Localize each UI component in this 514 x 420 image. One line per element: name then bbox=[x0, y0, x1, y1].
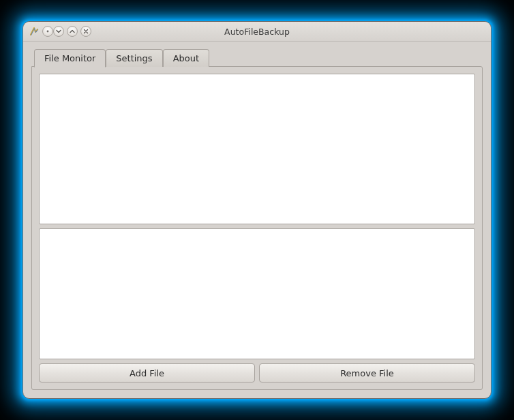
tab-settings[interactable]: Settings bbox=[106, 49, 162, 67]
minimize-button[interactable] bbox=[53, 26, 64, 37]
maximize-button[interactable] bbox=[67, 26, 78, 37]
file-list-bottom[interactable] bbox=[39, 228, 475, 359]
button-row: Add File Remove File bbox=[39, 363, 475, 382]
app-icon bbox=[29, 26, 40, 37]
titlebar[interactable]: AutoFileBackup bbox=[23, 22, 491, 42]
application-window: AutoFileBackup File Monitor Sett bbox=[22, 21, 492, 399]
file-list-top[interactable] bbox=[39, 74, 475, 224]
svg-point-0 bbox=[47, 31, 49, 33]
add-file-button[interactable]: Add File bbox=[39, 363, 255, 382]
window-title: AutoFileBackup bbox=[23, 27, 491, 37]
tab-pane-file-monitor: Add File Remove File bbox=[31, 66, 483, 390]
button-label: Add File bbox=[130, 368, 164, 378]
client-area: File Monitor Settings About Add File bbox=[23, 42, 491, 398]
tab-label: Settings bbox=[116, 53, 152, 63]
tab-file-monitor[interactable]: File Monitor bbox=[34, 49, 106, 68]
tab-label: About bbox=[173, 53, 199, 63]
tab-label: File Monitor bbox=[44, 53, 95, 63]
tab-about[interactable]: About bbox=[163, 49, 209, 67]
tabstrip: File Monitor Settings About bbox=[31, 48, 483, 66]
button-label: Remove File bbox=[340, 368, 394, 378]
close-button[interactable] bbox=[80, 26, 91, 37]
remove-file-button[interactable]: Remove File bbox=[259, 363, 475, 382]
window-menu-button[interactable] bbox=[42, 26, 53, 37]
